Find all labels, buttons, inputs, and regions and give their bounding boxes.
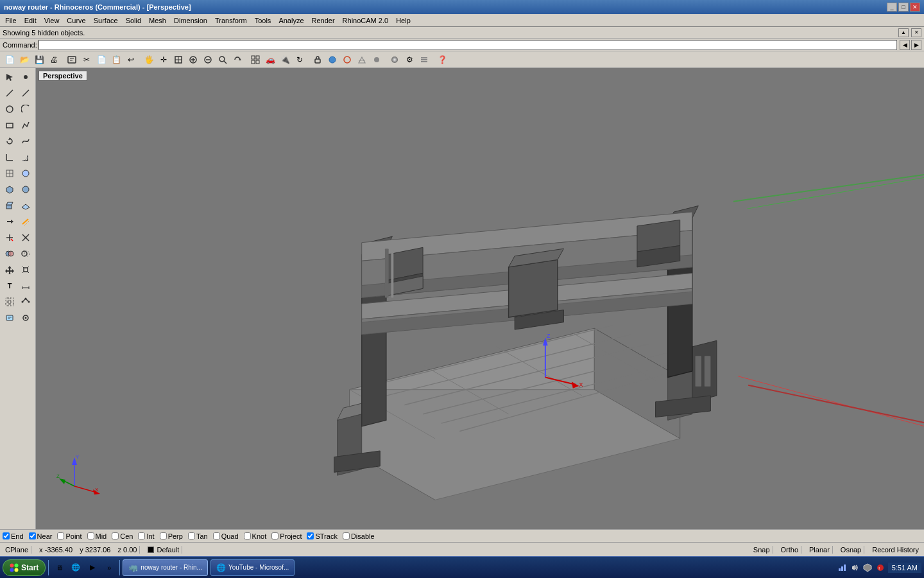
planar-status[interactable]: Planar xyxy=(807,546,833,554)
snap-checkbox-end[interactable] xyxy=(3,532,10,539)
line-btn[interactable] xyxy=(2,85,17,101)
menu-item-tools[interactable]: Tools xyxy=(251,15,275,26)
record-history-status[interactable]: Record History xyxy=(869,546,921,554)
snap-checkbox-cen[interactable] xyxy=(112,532,119,539)
group-btn[interactable] xyxy=(2,294,17,310)
taskbar-item-youtube[interactable]: 🌐 YouTube - Microsof... xyxy=(210,559,295,576)
snap-checkbox-disable[interactable] xyxy=(343,532,350,539)
media-btn[interactable]: ▶ xyxy=(85,560,100,575)
trim-btn[interactable] xyxy=(2,230,17,245)
named-btn[interactable] xyxy=(2,310,17,326)
plane-btn[interactable] xyxy=(18,198,33,213)
viewport[interactable]: Perspective xyxy=(36,68,924,529)
circle-button[interactable] xyxy=(340,53,354,67)
menu-item-curve[interactable]: Curve xyxy=(63,15,89,26)
antivirus-icon[interactable]: ! xyxy=(875,563,886,573)
zoom-in-button[interactable] xyxy=(186,53,200,67)
solid2-btn[interactable] xyxy=(18,182,33,197)
dim-btn[interactable] xyxy=(18,278,33,293)
fillet2-btn[interactable] xyxy=(18,150,33,165)
title-bar-controls[interactable]: _ □ ✕ xyxy=(887,3,920,12)
plugin-button[interactable]: 🔌 xyxy=(278,53,292,67)
snap-item-mid[interactable]: Mid xyxy=(87,532,107,540)
cmd-fwd-btn[interactable]: ▶ xyxy=(911,40,921,50)
ortho-status[interactable]: Ortho xyxy=(778,546,802,554)
mesh-lt-btn[interactable] xyxy=(2,166,17,181)
show-desktop-btn[interactable]: 🖥 xyxy=(51,560,67,575)
render-button[interactable] xyxy=(388,53,402,67)
select-btn[interactable] xyxy=(2,69,17,85)
trim2-btn[interactable] xyxy=(18,230,33,245)
snap-item-quad[interactable]: Quad xyxy=(213,532,239,540)
osnap-status[interactable]: Osnap xyxy=(838,546,864,554)
snap-item-point[interactable]: Point xyxy=(57,532,81,540)
point-button[interactable]: ✛ xyxy=(157,53,171,67)
cmd-back-btn[interactable]: ◀ xyxy=(900,40,910,50)
paste-button[interactable]: 📋 xyxy=(109,53,123,67)
close-button[interactable]: ✕ xyxy=(910,3,920,12)
arc-btn[interactable] xyxy=(18,101,33,117)
copy-button[interactable]: 📄 xyxy=(94,53,108,67)
menu-item-view[interactable]: View xyxy=(40,15,64,26)
minimize-button[interactable]: _ xyxy=(887,3,897,12)
quick-btn[interactable]: » xyxy=(101,560,117,575)
planar-label[interactable]: Planar xyxy=(809,546,830,554)
snap-checkbox-point[interactable] xyxy=(57,532,64,539)
maximize-button[interactable]: □ xyxy=(898,3,909,12)
fillet-btn[interactable] xyxy=(2,150,17,165)
text-btn[interactable]: T xyxy=(2,278,17,293)
snap-item-perp[interactable]: Perp xyxy=(160,532,183,540)
surface-btn[interactable] xyxy=(18,166,33,181)
snap-item-knot[interactable]: Knot xyxy=(244,532,267,540)
lock-button[interactable] xyxy=(311,53,325,67)
menu-item-mesh[interactable]: Mesh xyxy=(145,15,170,26)
zoom-window-button[interactable] xyxy=(216,53,230,67)
new-button[interactable]: 📄 xyxy=(3,53,17,67)
bool2-btn[interactable] xyxy=(18,246,33,261)
offset-btn[interactable] xyxy=(2,214,17,229)
open-button[interactable]: 📂 xyxy=(17,53,31,67)
spline-btn[interactable] xyxy=(18,134,33,149)
snap-checkbox-perp[interactable] xyxy=(160,532,167,539)
settings-button[interactable]: ⚙ xyxy=(402,53,416,67)
viewport-label[interactable]: Perspective xyxy=(38,71,87,81)
menu-item-rhinocam-2.0[interactable]: RhinoCAM 2.0 xyxy=(339,15,393,26)
menu-item-transform[interactable]: Transform xyxy=(211,15,251,26)
snap-checkbox-strack[interactable] xyxy=(307,532,314,539)
help-button[interactable]: ❓ xyxy=(435,53,449,67)
snap-status[interactable]: Snap xyxy=(751,546,773,554)
snap-checkbox-knot[interactable] xyxy=(244,532,251,539)
menu-item-dimension[interactable]: Dimension xyxy=(170,15,211,26)
ortho-label[interactable]: Ortho xyxy=(781,546,799,554)
snap-item-project[interactable]: Project xyxy=(271,532,302,540)
select-dot-btn[interactable] xyxy=(18,69,33,85)
snap-item-end[interactable]: End xyxy=(3,532,24,540)
offset2-btn[interactable] xyxy=(18,214,33,229)
menu-item-analyze[interactable]: Analyze xyxy=(275,15,307,26)
scale-btn[interactable] xyxy=(18,262,33,277)
osnap-label[interactable]: Osnap xyxy=(841,546,861,554)
zoom-out-button[interactable] xyxy=(201,53,215,67)
mesh-button[interactable] xyxy=(355,53,369,67)
record-history-label[interactable]: Record History xyxy=(872,546,919,554)
volume-icon[interactable] xyxy=(850,563,860,573)
bool-btn[interactable] xyxy=(2,246,17,261)
taskbar-item-rhino[interactable]: 🦏 noway router - Rhin... xyxy=(123,559,208,576)
snap-item-int[interactable]: Int xyxy=(138,532,154,540)
menu-item-help[interactable]: Help xyxy=(392,15,415,26)
menu-item-file[interactable]: File xyxy=(1,15,21,26)
ie-btn[interactable]: 🌐 xyxy=(68,560,83,575)
line2-btn[interactable] xyxy=(18,85,33,101)
snap-lt-btn[interactable] xyxy=(18,310,33,326)
snap-item-disable[interactable]: Disable xyxy=(343,532,375,540)
extrude-btn[interactable] xyxy=(2,198,17,213)
menu-item-solid[interactable]: Solid xyxy=(122,15,145,26)
snap-checkbox-tan[interactable] xyxy=(188,532,195,539)
save-button[interactable]: 💾 xyxy=(32,53,46,67)
circle-lt-btn[interactable] xyxy=(2,101,17,117)
snap-checkbox-near[interactable] xyxy=(29,532,36,539)
snap-checkbox-project[interactable] xyxy=(271,532,278,539)
rotate2-button[interactable]: ↻ xyxy=(293,53,307,67)
print-button[interactable]: 🖨 xyxy=(47,53,61,67)
info-close-btn[interactable]: ✕ xyxy=(911,28,921,37)
